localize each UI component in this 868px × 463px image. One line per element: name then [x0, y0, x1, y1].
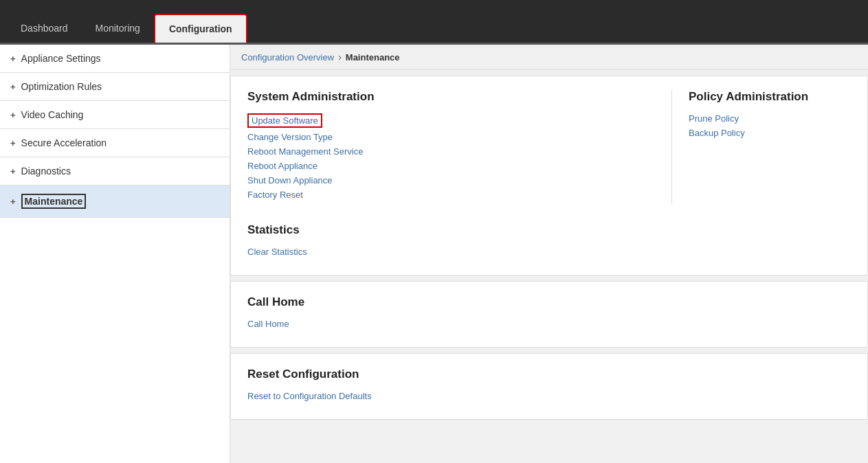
sidebar-item-label: Optimization Rules	[21, 81, 102, 92]
sidebar-item-appliance-settings[interactable]: + Appliance Settings	[0, 45, 230, 73]
tab-configuration[interactable]: Configuration	[154, 14, 247, 43]
main-layout: + Appliance Settings + Optimization Rule…	[0, 45, 868, 463]
sections-wrapper: System Administration Update Software Ch…	[230, 70, 868, 431]
sidebar-item-label: Video Caching	[21, 109, 84, 120]
change-version-type-link[interactable]: Change Version Type	[247, 132, 655, 142]
sidebar-item-maintenance[interactable]: + Maintenance	[0, 185, 230, 218]
system-admin-title: System Administration	[247, 90, 655, 104]
clear-statistics-link[interactable]: Clear Statistics	[247, 247, 851, 257]
plus-icon: +	[10, 166, 16, 177]
reboot-management-service-link[interactable]: Reboot Management Service	[247, 146, 655, 157]
factory-reset-link[interactable]: Factory Reset	[247, 190, 655, 200]
statistics-title: Statistics	[247, 223, 851, 237]
shut-down-appliance-link[interactable]: Shut Down Appliance	[247, 175, 655, 185]
sidebar-item-optimization-rules[interactable]: + Optimization Rules	[0, 73, 230, 101]
plus-icon: +	[10, 54, 16, 64]
policy-admin-column: Policy Administration Prune Policy Backu…	[672, 90, 851, 204]
tab-monitoring[interactable]: Monitoring	[82, 14, 154, 43]
sidebar-item-label: Appliance Settings	[21, 53, 101, 64]
system-admin-column: System Administration Update Software Ch…	[247, 90, 672, 204]
call-home-title: Call Home	[247, 295, 851, 309]
prune-policy-link[interactable]: Prune Policy	[689, 113, 851, 124]
top-navigation: Dashboard Monitoring Configuration	[0, 0, 868, 45]
system-admin-card: System Administration Update Software Ch…	[230, 76, 868, 275]
sidebar-item-label: Diagnostics	[21, 166, 71, 177]
reset-to-defaults-link[interactable]: Reset to Configuration Defaults	[247, 391, 851, 401]
sidebar: + Appliance Settings + Optimization Rule…	[0, 45, 230, 463]
plus-icon: +	[10, 138, 16, 148]
plus-icon: +	[10, 82, 16, 92]
sidebar-item-label: Secure Acceleration	[21, 137, 107, 148]
sidebar-item-label: Maintenance	[21, 194, 87, 209]
breadcrumb-link[interactable]: Configuration Overview	[241, 52, 334, 63]
breadcrumb: Configuration Overview › Maintenance	[230, 45, 868, 70]
backup-policy-link[interactable]: Backup Policy	[689, 128, 851, 138]
reboot-appliance-link[interactable]: Reboot Appliance	[247, 161, 655, 171]
update-software-link[interactable]: Update Software	[247, 113, 322, 128]
reset-config-card: Reset Configuration Reset to Configurati…	[230, 353, 868, 420]
tab-dashboard[interactable]: Dashboard	[7, 14, 82, 43]
policy-admin-title: Policy Administration	[689, 90, 851, 104]
sidebar-item-secure-acceleration[interactable]: + Secure Acceleration	[0, 129, 230, 157]
plus-icon: +	[10, 110, 16, 120]
two-col-layout: System Administration Update Software Ch…	[247, 90, 851, 204]
call-home-link[interactable]: Call Home	[247, 319, 851, 329]
content-area: Configuration Overview › Maintenance Sys…	[230, 45, 868, 463]
sidebar-item-diagnostics[interactable]: + Diagnostics	[0, 157, 230, 185]
statistics-section: Statistics Clear Statistics	[247, 223, 851, 257]
plus-icon: +	[10, 196, 16, 207]
breadcrumb-current: Maintenance	[346, 52, 400, 63]
breadcrumb-separator: ›	[338, 52, 342, 63]
call-home-card: Call Home Call Home	[230, 281, 868, 348]
reset-config-title: Reset Configuration	[247, 368, 851, 381]
sidebar-item-video-caching[interactable]: + Video Caching	[0, 101, 230, 129]
